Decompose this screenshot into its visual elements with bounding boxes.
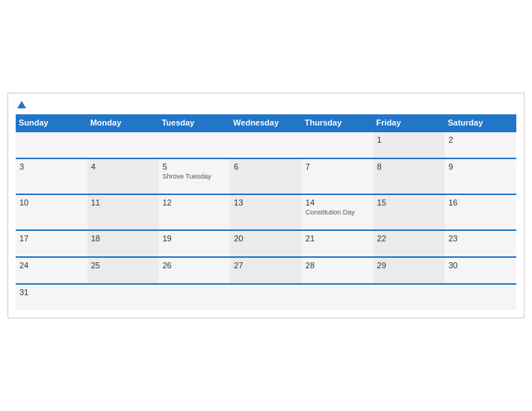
- weekday-header-wednesday: Wednesday: [230, 114, 302, 132]
- calendar-grid: SundayMondayTuesdayWednesdayThursdayFrid…: [16, 114, 516, 310]
- calendar-cell: 18: [87, 230, 159, 257]
- day-number: 20: [234, 234, 298, 243]
- day-number: 6: [234, 162, 298, 171]
- calendar-cell: 12: [158, 194, 230, 230]
- day-number: 11: [91, 198, 155, 207]
- day-number: 27: [234, 261, 298, 270]
- day-number: 28: [306, 261, 370, 270]
- calendar-header: [16, 101, 516, 108]
- calendar-week-row: 12: [16, 132, 516, 158]
- calendar-cell: 14Constitution Day: [302, 194, 374, 230]
- weekday-header-row: SundayMondayTuesdayWednesdayThursdayFrid…: [16, 114, 516, 132]
- weekday-header-thursday: Thursday: [302, 114, 374, 132]
- calendar-cell: [302, 132, 374, 158]
- calendar-cell: 22: [374, 230, 445, 257]
- calendar-container: SundayMondayTuesdayWednesdayThursdayFrid…: [7, 93, 525, 318]
- calendar-week-row: 31: [16, 284, 516, 310]
- calendar-week-row: 345Shrove Tuesday6789: [16, 158, 516, 194]
- day-number: 29: [377, 261, 442, 270]
- day-number: 16: [448, 198, 513, 207]
- day-number: 17: [19, 234, 84, 243]
- day-number: 8: [377, 162, 442, 171]
- day-number: 23: [448, 234, 513, 243]
- day-number: 12: [162, 198, 226, 207]
- calendar-cell: 29: [374, 257, 445, 284]
- day-number: 13: [234, 198, 298, 207]
- calendar-cell: 26: [158, 257, 230, 284]
- calendar-cell: [302, 284, 374, 310]
- day-number: 22: [377, 234, 442, 243]
- calendar-cell: 4: [87, 158, 159, 194]
- calendar-cell: [16, 132, 87, 158]
- calendar-cell: [374, 284, 445, 310]
- calendar-cell: [445, 284, 516, 310]
- day-number: 1: [377, 135, 442, 144]
- calendar-cell: [87, 284, 159, 310]
- calendar-week-row: 24252627282930: [16, 257, 516, 284]
- logo: [16, 101, 26, 108]
- weekday-header-friday: Friday: [374, 114, 445, 132]
- calendar-body: 12345Shrove Tuesday67891011121314Constit…: [16, 132, 516, 310]
- day-number: 19: [162, 234, 226, 243]
- day-number: 2: [448, 135, 513, 144]
- calendar-cell: [158, 284, 230, 310]
- calendar-cell: 16: [445, 194, 516, 230]
- calendar-cell: 7: [302, 158, 374, 194]
- calendar-cell: 21: [302, 230, 374, 257]
- calendar-cell: 11: [87, 194, 159, 230]
- calendar-cell: 5Shrove Tuesday: [158, 158, 230, 194]
- calendar-cell: 19: [158, 230, 230, 257]
- day-number: 14: [306, 198, 370, 207]
- calendar-cell: 10: [16, 194, 87, 230]
- calendar-cell: 1: [374, 132, 445, 158]
- day-number: 3: [19, 162, 84, 171]
- day-number: 31: [19, 288, 84, 297]
- day-number: 4: [91, 162, 155, 171]
- calendar-cell: 6: [230, 158, 302, 194]
- calendar-cell: 31: [16, 284, 87, 310]
- calendar-cell: 3: [16, 158, 87, 194]
- calendar-cell: 2: [445, 132, 516, 158]
- weekday-header-tuesday: Tuesday: [158, 114, 230, 132]
- calendar-cell: 8: [374, 158, 445, 194]
- calendar-cell: 15: [374, 194, 445, 230]
- calendar-cell: 30: [445, 257, 516, 284]
- day-number: 25: [91, 261, 155, 270]
- day-number: 26: [162, 261, 226, 270]
- day-number: 5: [162, 162, 226, 171]
- day-number: 30: [448, 261, 513, 270]
- calendar-cell: [230, 132, 302, 158]
- calendar-cell: 27: [230, 257, 302, 284]
- day-number: 9: [448, 162, 513, 171]
- day-number: 24: [19, 261, 84, 270]
- calendar-cell: 17: [16, 230, 87, 257]
- day-number: 21: [306, 234, 370, 243]
- calendar-cell: 23: [445, 230, 516, 257]
- calendar-cell: [230, 284, 302, 310]
- logo-triangle-icon: [17, 101, 26, 108]
- weekday-header-saturday: Saturday: [445, 114, 516, 132]
- calendar-cell: [158, 132, 230, 158]
- weekday-header-monday: Monday: [87, 114, 159, 132]
- day-number: 10: [19, 198, 84, 207]
- day-number: 18: [91, 234, 155, 243]
- calendar-week-row: 1011121314Constitution Day1516: [16, 194, 516, 230]
- day-number: 7: [306, 162, 370, 171]
- holiday-name: Constitution Day: [306, 208, 370, 216]
- calendar-cell: 13: [230, 194, 302, 230]
- calendar-cell: 28: [302, 257, 374, 284]
- calendar-week-row: 17181920212223: [16, 230, 516, 257]
- holiday-name: Shrove Tuesday: [162, 173, 226, 180]
- calendar-cell: 9: [445, 158, 516, 194]
- calendar-cell: 20: [230, 230, 302, 257]
- calendar-cell: 24: [16, 257, 87, 284]
- calendar-cell: [87, 132, 159, 158]
- weekday-header-sunday: Sunday: [16, 114, 87, 132]
- calendar-cell: 25: [87, 257, 159, 284]
- day-number: 15: [377, 198, 442, 207]
